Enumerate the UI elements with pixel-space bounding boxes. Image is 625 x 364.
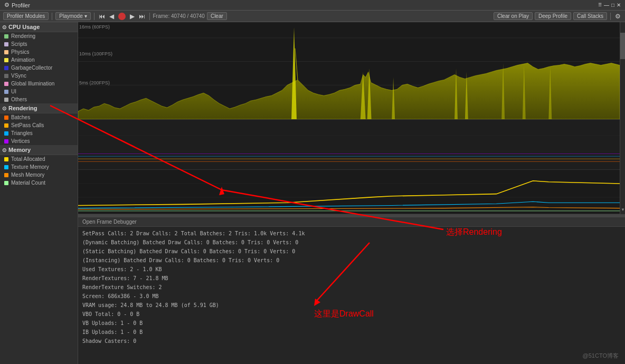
stats-line-7: RenderTexture Switches: 2 [82,283,621,292]
triangles-color [4,131,8,136]
fps60-label: 16ms (60FPS) [79,24,110,30]
setpass-label: SetPass Calls [11,122,44,128]
texture-mem-color [4,165,8,169]
memory-section-header[interactable]: ⊙ Memory [0,145,78,155]
others-label: Others [11,97,27,102]
maximize-btn[interactable]: □ [611,2,614,8]
stats-line-13: Shadow Casters: 0 [82,337,621,346]
animation-color [4,58,8,62]
menu-icon[interactable]: ⠿ [598,2,602,8]
sep1 [52,13,52,20]
cpu-section-header[interactable]: ⊙ CPU Usage [0,22,78,32]
title-bar: ⚙ Profiler ⠿ — □ ✕ [0,0,625,11]
mesh-memory-label: Mesh Memory [11,172,44,178]
close-btn[interactable]: ✕ [617,2,621,8]
main-area: ⊙ CPU Usage Rendering Scripts Physics An… [0,22,625,364]
sidebar-item-setpass[interactable]: SetPass Calls [0,121,78,129]
sidebar-item-physics[interactable]: Physics [0,48,78,56]
cpu-section-title: CPU Usage [8,24,40,30]
rendering-section-title: Rendering [8,105,37,111]
gi-color [4,82,8,86]
fps100-label: 10ms (100FPS) [79,51,112,56]
scripts-label: Scripts [11,41,27,47]
settings-icon[interactable]: ⚙ [614,13,622,20]
batches-color [4,116,8,120]
fps200-label: 5ms (200FPS) [79,80,110,85]
setpass-color [4,123,8,128]
stats-line-10: VBO Total: 0 - 0 B [82,310,621,319]
scroll-down-arrow[interactable]: ▼ [620,207,625,212]
sep3 [149,13,150,20]
ui-color [4,90,8,94]
cpu-chart-section[interactable]: 16ms (60FPS) 10ms (100FPS) 5ms (200FPS) [78,22,620,120]
stats-line-6: RenderTextures: 7 - 21.8 MB [82,274,621,283]
sidebar-item-triangles[interactable]: Triangles [0,129,78,137]
sidebar-item-scripts[interactable]: Scripts [0,40,78,48]
batches-label: Batches [11,114,30,120]
stats-line-5: Used Textures: 2 - 1.0 KB [82,265,621,274]
total-alloc-color [4,157,8,161]
sidebar-item-gc[interactable]: GarbageCollector [0,64,78,72]
sidebar-item-material-count[interactable]: Material Count [0,179,78,187]
watermark: @51CTO博客 [583,352,619,360]
call-stacks-btn[interactable]: Call Stacks [573,12,607,20]
clear-btn[interactable]: Clear [207,12,227,20]
sep2 [94,13,94,20]
deep-profile-btn[interactable]: Deep Profile [535,12,571,20]
sidebar-item-batches[interactable]: Batches [0,113,78,121]
sidebar-item-animation[interactable]: Animation [0,56,78,64]
clear-on-play-btn[interactable]: Clear on Play [494,12,533,20]
memory-section-title: Memory [8,147,31,153]
rendering-chart-svg [78,120,620,169]
sidebar-item-texture-memory[interactable]: Texture Memory [0,163,78,171]
sidebar-item-rendering[interactable]: Rendering [0,32,78,40]
scripts-color [4,42,8,46]
toolbar: Profiler Modules Playmode ▾ ⏮ ◀ ▶ ⏭ Fram… [0,11,625,22]
triangles-label: Triangles [11,130,33,136]
title-text: Profiler [12,2,30,8]
sidebar-item-gi[interactable]: Global Illumination [0,80,78,88]
rendering-color [4,34,8,39]
memory-icon: ⊙ [2,147,6,153]
stats-line-9: VRAM usage: 24.8 MB to 24.8 MB (of 5.91 … [82,301,621,310]
transport-end[interactable]: ⏭ [138,13,146,20]
rendering-section-header[interactable]: ⊙ Rendering [0,103,78,113]
stats-line-4: (Instancing) Batched Draw Calls: 0 Batch… [82,256,621,265]
app-icon: ⚙ [4,2,10,8]
transport-begin[interactable]: ⏮ [98,13,106,20]
sidebar-item-vertices[interactable]: Vertices [0,137,78,145]
memory-chart-section[interactable] [78,170,620,214]
vsync-label: VSync [11,73,26,79]
sidebar-item-total-allocated[interactable]: Total Allocated [0,155,78,163]
sidebar-item-mesh-memory[interactable]: Mesh Memory [0,171,78,179]
sidebar-item-vsync[interactable]: VSync [0,72,78,80]
minimize-btn[interactable]: — [604,2,609,8]
others-color [4,98,8,102]
sep4 [610,13,611,20]
bottom-panel: Open Frame Debugger SetPass Calls: 2 Dra… [78,216,625,364]
record-btn[interactable] [118,13,126,20]
physics-label: Physics [11,49,29,55]
stats-line-1: SetPass Calls: 2 Draw Calls: 2 Total Bat… [82,229,621,238]
transport-prev[interactable]: ◀ [108,13,115,20]
chart-scrollbar[interactable]: ▼ [620,22,625,214]
scrollbar-thumb[interactable] [620,33,625,59]
frame-debugger-content: SetPass Calls: 2 Draw Calls: 2 Total Bat… [78,227,625,348]
sidebar: ⊙ CPU Usage Rendering Scripts Physics An… [0,22,78,364]
stats-line-2: (Dynamic Batching) Batched Draw Calls: 0… [82,238,621,247]
rendering-chart-section[interactable] [78,120,620,170]
sidebar-item-others[interactable]: Others [0,95,78,103]
mesh-mem-color [4,173,8,177]
stats-line-8: Screen: 686x386 - 3.0 MB [82,292,621,301]
gc-color [4,66,8,70]
window-controls[interactable]: ⠿ — □ ✕ [598,2,621,8]
gi-label: Global Illumination [11,81,54,87]
frame-debugger-header[interactable]: Open Frame Debugger [78,217,625,227]
stats-line-12: IB Uploads: 1 - 0 B [82,328,621,337]
playmode-btn[interactable]: Playmode ▾ [55,12,90,20]
profiler-modules-btn[interactable]: Profiler Modules [3,12,49,20]
sidebar-item-ui[interactable]: UI [0,88,78,95]
cpu-chart-svg [78,22,620,119]
transport-next[interactable]: ▶ [129,13,136,20]
stats-line-11: VB Uploads: 1 - 0 B [82,319,621,328]
